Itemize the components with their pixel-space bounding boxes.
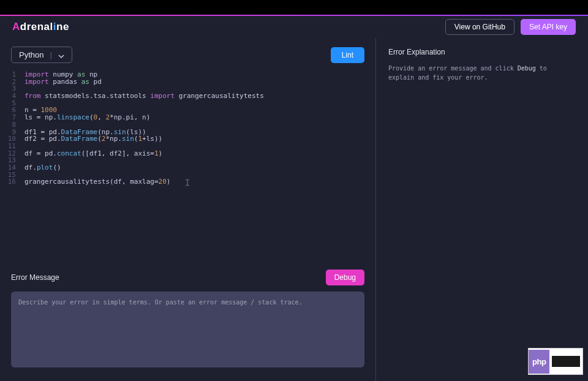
explanation-title: Error Explanation — [388, 48, 576, 56]
view-on-github-button[interactable]: View on GitHub — [445, 19, 514, 35]
explanation-pre: Provide an error message and click — [388, 65, 518, 72]
error-section: Error Message Debug — [0, 262, 375, 381]
line-number: 12 — [0, 148, 16, 156]
explanation-highlight: Debug — [518, 65, 536, 72]
error-title: Error Message — [11, 273, 59, 282]
php-badge: php — [528, 348, 583, 375]
error-header: Error Message Debug — [11, 270, 364, 285]
lint-button[interactable]: Lint — [331, 47, 364, 63]
line-number: 5 — [0, 98, 16, 105]
line-number: 14 — [0, 162, 16, 170]
line-number: 6 — [0, 105, 16, 112]
line-number: 16 — [0, 176, 16, 184]
chevron-down-icon — [58, 52, 64, 58]
line-number: 1 — [0, 69, 16, 77]
logo-char-a: A — [12, 21, 20, 32]
line-gutter: 1 2 3 4 5 6 7 8 9 10 11 12 13 14 15 16 — [0, 69, 21, 262]
php-badge-label: php — [529, 350, 549, 374]
line-number: 4 — [0, 91, 16, 98]
line-number: 15 — [0, 170, 16, 177]
language-label: Python — [19, 50, 43, 59]
line-number: 8 — [0, 119, 16, 127]
line-number: 10 — [0, 134, 16, 141]
line-number: 11 — [0, 141, 16, 148]
line-number: 9 — [0, 127, 16, 134]
php-badge-dark — [552, 356, 580, 367]
code-editor[interactable]: 1 2 3 4 5 6 7 8 9 10 11 12 13 14 15 16 i… — [0, 69, 375, 262]
editor-toolbar: Python | Lint — [0, 38, 375, 69]
explanation-description: Provide an error message and click Debug… — [388, 64, 576, 82]
logo: Adrenaline — [12, 21, 69, 33]
line-number: 7 — [0, 112, 16, 119]
error-textarea[interactable] — [11, 292, 364, 368]
line-number: 3 — [0, 83, 16, 91]
select-divider: | — [50, 50, 51, 59]
logo-mid: drenal — [20, 21, 53, 32]
line-number: 2 — [0, 77, 16, 84]
app-header: Adrenaline View on GitHub Set API key — [0, 16, 588, 38]
right-panel: Error Explanation Provide an error messa… — [376, 38, 588, 381]
language-select[interactable]: Python | — [11, 47, 72, 63]
debug-button[interactable]: Debug — [326, 270, 364, 285]
text-cursor-icon — [185, 179, 190, 186]
set-api-key-button[interactable]: Set API key — [521, 19, 576, 35]
main-content: Python | Lint 1 2 3 4 5 6 7 8 9 10 11 — [0, 38, 588, 381]
code-content[interactable]: import numpy as np import pandas as pd f… — [21, 69, 375, 262]
left-panel: Python | Lint 1 2 3 4 5 6 7 8 9 10 11 — [0, 38, 376, 381]
line-number: 13 — [0, 155, 16, 162]
window-top-bar — [0, 0, 588, 15]
logo-end: ne — [56, 21, 69, 32]
header-buttons: View on GitHub Set API key — [445, 19, 576, 35]
